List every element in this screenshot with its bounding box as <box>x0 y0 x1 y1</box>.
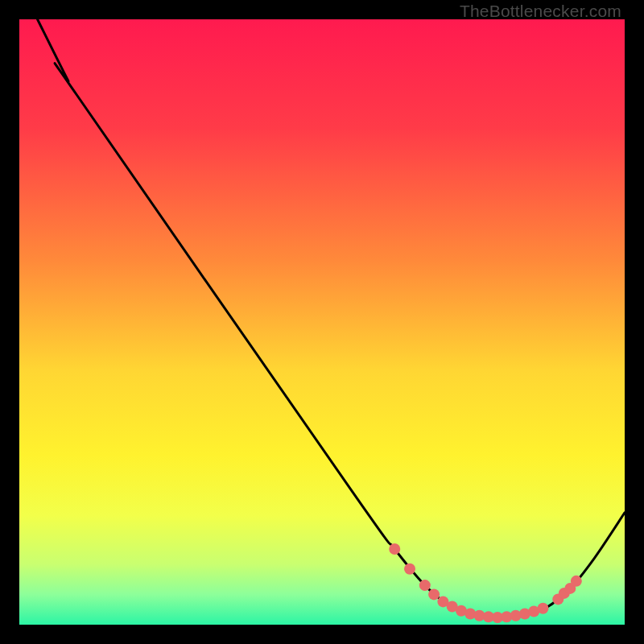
data-point <box>571 576 582 587</box>
data-point <box>389 543 400 555</box>
data-point <box>537 603 548 614</box>
data-point <box>419 580 431 591</box>
watermark-label: TheBottlenecker.com <box>460 2 621 21</box>
plot-area <box>19 19 625 625</box>
gradient-background <box>19 19 625 625</box>
data-point <box>428 588 440 600</box>
chart-svg <box>19 19 625 625</box>
data-point <box>404 564 415 575</box>
chart-frame: TheBottlenecker.com <box>0 0 644 644</box>
